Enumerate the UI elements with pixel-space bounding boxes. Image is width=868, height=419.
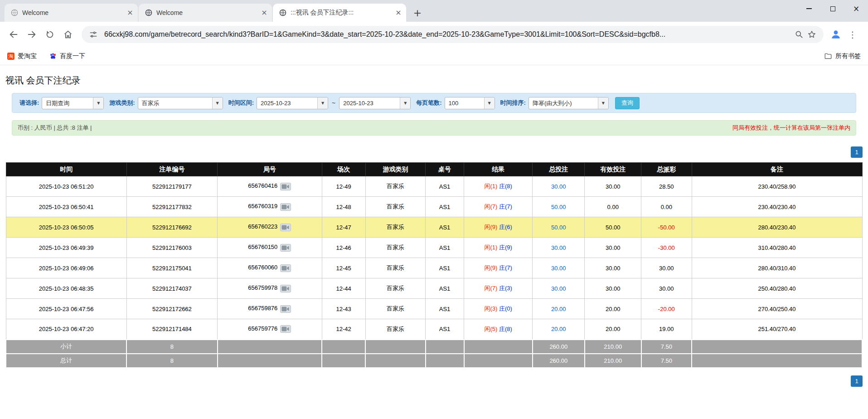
page-1-button[interactable]: 1 <box>851 375 863 387</box>
video-replay-icon[interactable] <box>280 183 291 190</box>
cell-session: 12-44 <box>322 278 365 299</box>
cell-total-bet[interactable]: 20.00 <box>533 319 585 340</box>
result-banker: 庄(8) <box>499 183 512 190</box>
cell-total-bet[interactable]: 30.00 <box>533 176 585 197</box>
bookmark-label: 爱淘宝 <box>18 52 37 60</box>
tab-welcome-1[interactable]: Welcome × <box>5 4 138 22</box>
cell-total-bet[interactable]: 30.00 <box>533 258 585 278</box>
all-bookmarks-button[interactable]: 所有书签 <box>824 52 861 60</box>
browser-toolbar: 66cxkj98.com/game/betrecord_search/kind3… <box>0 22 868 47</box>
window-controls: × <box>797 0 868 17</box>
chevron-down-icon[interactable]: ▼ <box>598 97 608 109</box>
cell-bet-id: 522912176003 <box>126 238 217 258</box>
video-replay-icon[interactable] <box>280 244 291 252</box>
zoom-icon[interactable] <box>793 28 805 41</box>
round-number: 656760416 <box>248 182 277 189</box>
cell-session: 12-46 <box>322 238 365 258</box>
col-header-time: 时间 <box>6 163 126 176</box>
video-replay-icon[interactable] <box>280 285 291 292</box>
result-player: 闲(1) <box>484 183 497 190</box>
cell-result: 闲(5) 庄(8) <box>464 319 533 340</box>
sort-order-value: 降幂(由大到小) <box>529 97 598 109</box>
col-header-table-no: 桌号 <box>426 163 464 176</box>
cell-session: 12-42 <box>322 319 365 340</box>
bookmark-aitaobao[interactable]: 淘 爱淘宝 <box>7 52 37 60</box>
bookmark-star-icon[interactable] <box>805 28 818 41</box>
close-window-button[interactable]: × <box>844 0 868 17</box>
cell-session: 12-47 <box>322 217 365 238</box>
video-replay-icon[interactable] <box>280 224 291 231</box>
tab-close-icon[interactable]: × <box>126 9 134 17</box>
profile-avatar-icon[interactable] <box>828 27 844 42</box>
browser-menu-icon[interactable]: ⋮ <box>844 26 861 43</box>
video-replay-icon[interactable] <box>280 264 291 272</box>
all-bookmarks-label: 所有书签 <box>835 52 861 60</box>
cell-payout: 0.00 <box>641 197 692 217</box>
bookmark-baidu[interactable]: 百度一下 <box>49 52 85 60</box>
cell-payout: 28.50 <box>641 176 692 197</box>
home-button[interactable] <box>60 26 76 43</box>
video-replay-icon[interactable] <box>280 203 291 211</box>
col-header-game-type: 游戏类别 <box>365 163 425 176</box>
forward-button[interactable] <box>24 26 40 43</box>
address-bar[interactable]: 66cxkj98.com/game/betrecord_search/kind3… <box>82 26 824 43</box>
query-type-dropdown[interactable]: 日期查询 ▼ <box>42 97 104 109</box>
video-replay-icon[interactable] <box>280 325 291 333</box>
bet-record-row: 2025-10-23 06:50:05522912176692656760223… <box>6 217 862 238</box>
table-header-row: 时间 注单编号 局号 场次 游戏类别 桌号 结果 总投注 有效投注 总派彩 备注 <box>6 163 862 176</box>
new-tab-button[interactable]: + <box>411 6 424 19</box>
summary-empty-cell <box>464 340 533 354</box>
cell-total-bet[interactable]: 50.00 <box>533 217 585 238</box>
game-type-dropdown[interactable]: 百家乐 ▼ <box>138 97 223 109</box>
cell-game-type: 百家乐 <box>365 238 425 258</box>
search-button[interactable]: 查询 <box>615 97 640 109</box>
cell-total-bet[interactable]: 30.00 <box>533 278 585 299</box>
round-number: 656759776 <box>248 325 277 332</box>
chevron-down-icon[interactable]: ▼ <box>484 97 495 109</box>
tab-title: Welcome <box>22 9 122 16</box>
valid-bet-note-text: 同局有效投注，统一计算在该局第一张注单内 <box>732 124 850 132</box>
sort-order-dropdown[interactable]: 降幂(由大到小) ▼ <box>529 97 609 109</box>
sort-order-label: 时间排序: <box>500 99 526 107</box>
chevron-down-icon[interactable]: ▼ <box>212 97 223 109</box>
url-text: 66cxkj98.com/game/betrecord_search/kind3… <box>104 30 788 39</box>
subtotal-row: 小计 8 260.00 210.00 7.50 <box>6 340 862 354</box>
cell-total-bet[interactable]: 30.00 <box>533 238 585 258</box>
chevron-down-icon[interactable]: ▼ <box>93 97 103 109</box>
tab-bet-records-active[interactable]: :::视讯 会员下注纪录::: × <box>273 4 406 22</box>
cell-valid-bet: 20.00 <box>585 319 641 340</box>
baidu-paw-icon <box>49 53 57 60</box>
minimize-icon <box>806 8 812 9</box>
result-player: 闲(9) <box>484 264 497 271</box>
back-button[interactable] <box>5 26 22 43</box>
tab-close-icon[interactable]: × <box>394 9 402 17</box>
minimize-button[interactable] <box>797 0 821 17</box>
cell-total-bet[interactable]: 20.00 <box>533 299 585 319</box>
summary-empty-cell <box>426 340 464 354</box>
page-1-button[interactable]: 1 <box>851 146 863 158</box>
chevron-down-icon[interactable]: ▼ <box>400 97 410 109</box>
maximize-button[interactable] <box>821 0 844 17</box>
subtotal-payout: 7.50 <box>641 340 692 354</box>
refresh-button[interactable] <box>42 26 58 43</box>
page-size-value: 100 <box>445 97 484 109</box>
cell-session: 12-43 <box>322 299 365 319</box>
date-end-dropdown[interactable]: 2025-10-23 ▼ <box>339 97 411 109</box>
result-player: 闲(9) <box>484 224 497 230</box>
page-size-dropdown[interactable]: 100 ▼ <box>445 97 495 109</box>
chevron-down-icon[interactable]: ▼ <box>317 97 328 109</box>
video-replay-icon[interactable] <box>280 305 291 313</box>
total-label: 总计 <box>6 354 126 368</box>
cell-bet-id: 522912177832 <box>126 197 217 217</box>
site-settings-icon[interactable] <box>87 28 100 41</box>
cell-table-no: AS1 <box>426 197 464 217</box>
col-header-result: 结果 <box>464 163 533 176</box>
tab-welcome-2[interactable]: Welcome × <box>139 4 272 22</box>
page-size-label: 每页笔数: <box>416 99 441 107</box>
date-start-dropdown[interactable]: 2025-10-23 ▼ <box>257 97 328 109</box>
cell-total-bet[interactable]: 50.00 <box>533 197 585 217</box>
cell-time: 2025-10-23 06:50:41 <box>6 197 126 217</box>
currency-total-text: 币别 : 人民币 | 总共 :8 注单 | <box>18 124 92 132</box>
summary-empty-cell <box>464 354 533 368</box>
tab-close-icon[interactable]: × <box>260 9 268 17</box>
